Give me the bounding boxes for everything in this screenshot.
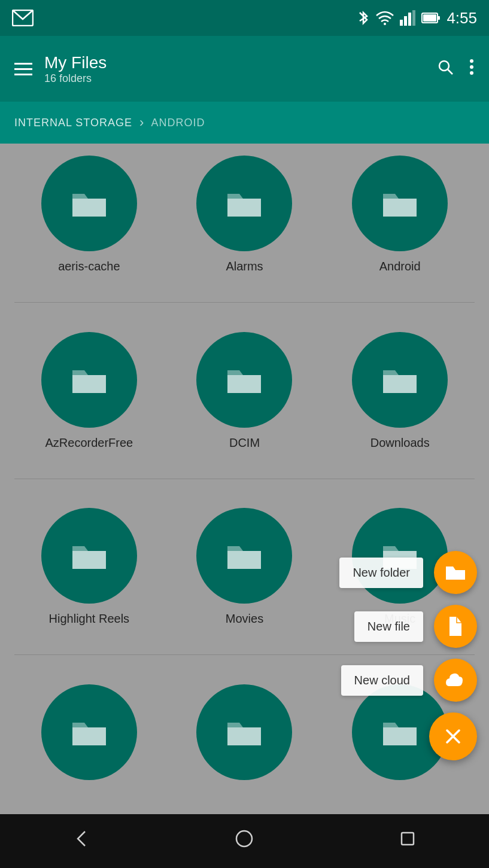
folder-name: Alarms: [226, 260, 263, 273]
folder-circle: [196, 508, 292, 604]
status-bar-right: 4:55: [357, 9, 477, 28]
folder-aeris-cache[interactable]: aeris-cache: [14, 156, 164, 287]
folder-circle: [196, 156, 292, 251]
svg-point-11: [470, 59, 473, 63]
grid-divider: [14, 302, 475, 303]
folder-count: 16 folders: [44, 72, 424, 85]
folder-name: Downloads: [370, 436, 430, 450]
svg-rect-4: [408, 13, 411, 26]
folder-name: DCIM: [229, 436, 260, 450]
battery-icon: [421, 11, 441, 25]
folder-icon: [378, 182, 421, 225]
app-title: My Files: [44, 53, 424, 72]
svg-rect-17: [402, 833, 414, 845]
svg-rect-5: [412, 10, 415, 26]
toolbar-title-section: My Files 16 folders: [44, 53, 424, 85]
search-button[interactable]: [436, 58, 454, 80]
recents-button[interactable]: [398, 829, 417, 853]
folder-row4-2[interactable]: [170, 684, 320, 802]
menu-line: [14, 68, 32, 70]
folder-icon: [223, 711, 266, 754]
breadcrumb-android[interactable]: ANDROID: [151, 117, 205, 129]
back-button[interactable]: [72, 829, 91, 853]
folder-add-icon: [445, 562, 466, 583]
more-icon: [469, 58, 475, 76]
fab-main-close-button[interactable]: [429, 712, 477, 760]
menu-button[interactable]: [14, 63, 32, 75]
folder-icon: [68, 711, 111, 754]
svg-point-12: [470, 65, 473, 69]
folder-circle: [41, 508, 137, 604]
new-cloud-button[interactable]: [434, 659, 477, 702]
svg-line-10: [448, 69, 452, 74]
more-button[interactable]: [469, 58, 475, 80]
toolbar: My Files 16 folders: [0, 36, 489, 102]
svg-point-13: [470, 71, 473, 75]
new-folder-label: New folder: [339, 558, 423, 588]
cloud-icon: [445, 669, 466, 691]
folder-icon: [68, 534, 111, 577]
folder-name: Android: [379, 260, 421, 273]
navigation-bar: [0, 814, 489, 868]
folder-azrecorderfree[interactable]: AzRecorderFree: [14, 332, 164, 464]
folder-icon: [223, 182, 266, 225]
folder-name: Highlight Reels: [49, 612, 130, 626]
home-icon: [235, 829, 254, 848]
new-file-fab-item: New file: [354, 605, 477, 648]
new-cloud-label: New cloud: [341, 665, 423, 696]
folder-circle: [41, 332, 137, 428]
folder-downloads[interactable]: Downloads: [325, 332, 475, 464]
folder-dcim[interactable]: DCIM: [170, 332, 320, 464]
folder-icon: [68, 358, 111, 401]
recents-icon: [398, 829, 417, 848]
folder-circle: [196, 684, 292, 780]
status-time: 4:55: [447, 9, 477, 28]
wifi-icon: [376, 11, 394, 25]
home-button[interactable]: [235, 829, 254, 853]
breadcrumb: INTERNAL STORAGE › ANDROID: [0, 102, 489, 144]
menu-line: [14, 63, 32, 65]
folder-row4-1[interactable]: [14, 684, 164, 802]
svg-point-9: [439, 61, 449, 71]
folder-icon: [223, 534, 266, 577]
new-folder-fab-item: New folder: [339, 551, 477, 594]
folder-movies[interactable]: Movies: [170, 508, 320, 639]
folder-circle: [196, 332, 292, 428]
svg-rect-8: [423, 14, 436, 22]
new-file-button[interactable]: [434, 605, 477, 648]
folder-name: Movies: [226, 612, 263, 626]
file-add-icon: [445, 616, 466, 637]
folder-circle: [352, 156, 448, 251]
close-icon: [441, 724, 465, 748]
svg-point-16: [236, 831, 252, 846]
search-icon: [436, 58, 454, 76]
new-file-label: New file: [354, 611, 423, 642]
toolbar-actions: [436, 58, 475, 80]
folder-circle: [352, 332, 448, 428]
menu-line: [14, 74, 32, 75]
svg-rect-7: [438, 16, 440, 20]
folder-alarms[interactable]: Alarms: [170, 156, 320, 287]
folder-icon: [223, 358, 266, 401]
status-bar: 4:55: [0, 0, 489, 36]
bluetooth-icon: [357, 10, 370, 26]
new-folder-button[interactable]: [434, 551, 477, 594]
status-bar-left: [12, 10, 34, 26]
svg-point-1: [384, 23, 386, 25]
breadcrumb-separator: ›: [139, 115, 144, 130]
file-grid: aeris-cache Alarms Android AzRecor: [0, 144, 489, 814]
new-cloud-fab-item: New cloud: [341, 659, 477, 702]
folder-name: aeris-cache: [58, 260, 120, 273]
signal-icon: [400, 10, 415, 26]
breadcrumb-internal-storage[interactable]: INTERNAL STORAGE: [14, 117, 132, 129]
folder-name: AzRecorderFree: [45, 436, 133, 450]
svg-rect-3: [404, 16, 407, 26]
folder-icon: [68, 182, 111, 225]
fab-container: New folder New file New cloud: [339, 551, 477, 760]
folder-circle: [41, 684, 137, 780]
folder-highlight-reels[interactable]: Highlight Reels: [14, 508, 164, 639]
folder-circle: [41, 156, 137, 251]
grid-divider: [14, 479, 475, 479]
folder-android[interactable]: Android: [325, 156, 475, 287]
svg-rect-2: [400, 20, 403, 26]
